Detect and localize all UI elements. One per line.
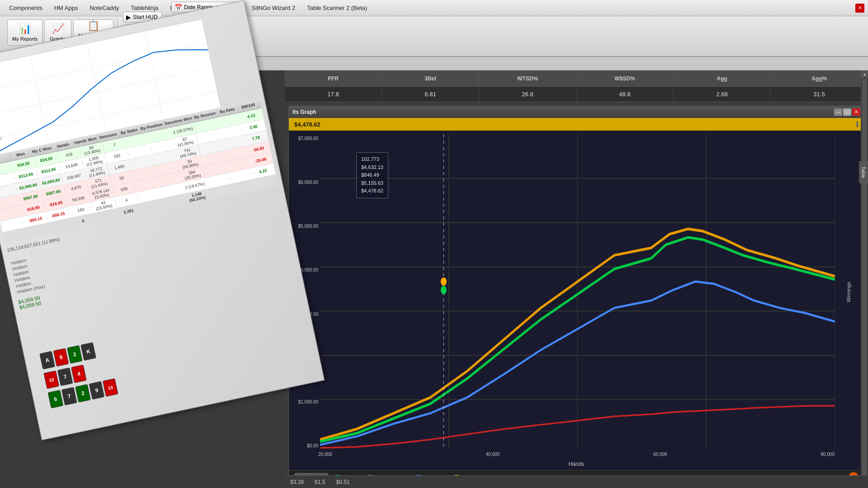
stats-values: 17.8 6.81 26.8 48.8 2.68 31.5 <box>285 87 868 102</box>
stat-col-3bet: 3Bet <box>382 70 479 86</box>
stat-val-wtsd: 26.8 <box>479 87 576 102</box>
menu-hmapps[interactable]: HM Apps <box>49 3 84 13</box>
card-2: 2 <box>67 345 83 364</box>
menu-components[interactable]: Components <box>4 3 48 13</box>
svg-point-29 <box>441 277 447 286</box>
window-maximize-button[interactable]: □ <box>843 108 851 116</box>
stat-col-aggpct: Agg% <box>771 70 868 86</box>
status-val2: 61.5 <box>315 479 325 485</box>
calendar-icon: 📅 <box>175 4 182 11</box>
stat-val-aggpct: 31.5 <box>771 87 868 102</box>
window-close-button[interactable]: ✕ <box>852 108 860 116</box>
card-2b: 2 <box>75 384 91 403</box>
stat-val-3bet: 6.81 <box>382 87 479 102</box>
chart-title-bar: lts Graph — □ ✕ <box>289 106 864 118</box>
graphs-icon: 📈 <box>52 23 64 35</box>
stat-col-wtsd: WTSD% <box>479 70 576 86</box>
window-minimize-button[interactable]: — <box>834 108 842 116</box>
stat-col-agg: Agg <box>674 70 771 86</box>
more-reports-icon: 📋 <box>87 20 99 32</box>
menu-notecaddy[interactable]: NoteCaddy <box>84 3 124 13</box>
status-val1: $3.28 <box>290 479 304 485</box>
status-bar: $3.28 61.5 $0.51 <box>285 475 868 488</box>
chart-window: lts Graph — □ ✕ $4,478.62 ℹ $7,000.00 $6… <box>288 106 864 484</box>
chart-info-bar: $4,478.62 ℹ <box>289 118 864 131</box>
card-A: A <box>39 351 55 370</box>
stat-col-wssd: W$SD% <box>576 70 674 86</box>
svg-point-30 <box>441 286 447 295</box>
chart-tooltip: 102,773 $4,632.13 $846.49 $5,155.63 $4,4… <box>356 152 388 198</box>
card-10: 10 <box>43 371 59 389</box>
stat-col-pfr: PFR <box>285 70 382 86</box>
status-val3: $0.51 <box>336 479 349 485</box>
chart-title: lts Graph <box>292 109 833 115</box>
right-panel: PFR 3Bet WTSD% W$SD% Agg Agg% 17.8 6.81 … <box>285 70 868 488</box>
card-10b: 10 <box>103 378 118 397</box>
scroll-up-button[interactable]: ▲ <box>861 70 868 78</box>
card-6: 6 <box>47 390 63 408</box>
chart-info-value: $4,478.62 <box>294 121 321 128</box>
stats-header: PFR 3Bet WTSD% W$SD% Agg Agg% <box>285 70 868 87</box>
x-axis: 20,000 40,000 60,000 80,000 <box>289 450 864 459</box>
x-axis-label: Hands <box>289 459 864 470</box>
stat-val-agg: 2.68 <box>674 87 771 102</box>
card-4: 4 <box>71 365 87 383</box>
right-scrollbar[interactable]: ▲ ▼ <box>861 70 868 488</box>
chart-svg-area: 102,773 $4,632.13 $846.49 $5,155.63 $4,4… <box>320 134 835 450</box>
sidebar-tab[interactable]: Table <box>859 161 868 183</box>
info-icon: ℹ <box>856 120 859 129</box>
stat-val-wssd: 48.8 <box>576 87 674 102</box>
card-K: K <box>80 342 96 361</box>
y-axis-right-label: Winnings <box>835 134 862 450</box>
card-7b: 7 <box>61 387 77 405</box>
menu-tablescanner[interactable]: Table Scanner 2 (Beta) <box>302 3 373 13</box>
card-7: 7 <box>57 367 73 386</box>
main-area: $2,000 $1,000 $0 -$1,000 39,351 78,701 1… <box>0 70 868 488</box>
chart-body: $7,000.00 $6,000.00 $5,000.00 $4,000.00 … <box>289 131 864 450</box>
my-reports-button[interactable]: 📊 My Reports <box>7 19 42 46</box>
app-close-button[interactable]: ✕ <box>855 4 864 13</box>
stat-val-pfr: 17.8 <box>285 87 382 102</box>
scroll-thumb[interactable] <box>862 79 867 480</box>
card-9: 9 <box>53 348 69 366</box>
card-9b: 9 <box>89 381 104 399</box>
menu-sitngowizard[interactable]: SitNGo Wizard 2 <box>246 3 301 13</box>
start-hud-icon: ▶ <box>126 14 131 21</box>
reports-icon: 📊 <box>19 23 31 35</box>
